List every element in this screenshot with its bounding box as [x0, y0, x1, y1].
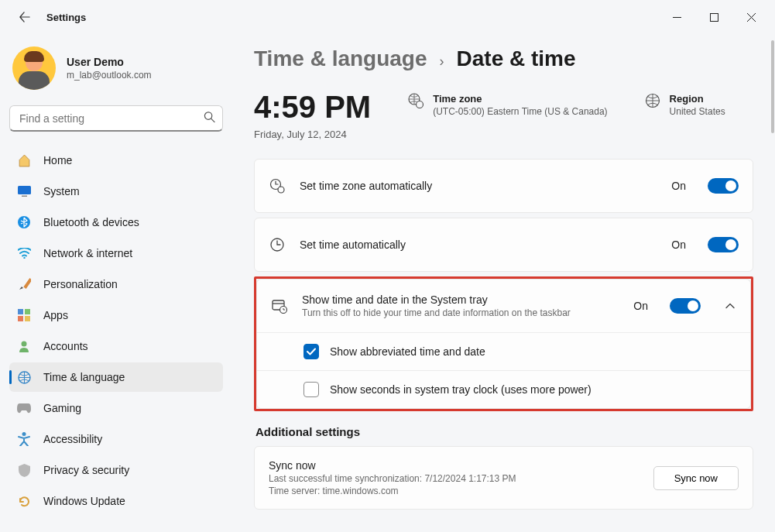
timezone-label: Time zone — [433, 93, 607, 105]
scrollbar[interactable] — [771, 40, 774, 133]
time-language-icon — [17, 370, 31, 384]
sidebar-item-label: Windows Update — [43, 495, 125, 507]
sidebar-item-label: Apps — [43, 309, 68, 321]
svg-rect-3 — [22, 195, 27, 197]
breadcrumb: Time & language › Date & time — [254, 46, 753, 71]
bluetooth-icon — [17, 215, 31, 229]
sidebar-item-gaming[interactable]: Gaming — [9, 393, 223, 423]
svg-rect-8 — [25, 309, 30, 314]
sidebar-item-label: System — [43, 185, 80, 197]
gaming-icon — [17, 401, 31, 415]
sync-server: Time server: time.windows.com — [269, 486, 640, 496]
back-arrow-icon — [19, 12, 30, 22]
back-button[interactable] — [12, 5, 37, 29]
setting-label: Show time and date in the System tray — [302, 293, 619, 306]
sync-title: Sync now — [269, 459, 640, 472]
chevron-up-icon[interactable] — [724, 303, 736, 309]
sidebar-item-system[interactable]: System — [9, 177, 223, 206]
apps-icon — [17, 308, 31, 322]
sidebar-item-label: Accessibility — [43, 433, 102, 445]
sidebar-item-bluetooth[interactable]: Bluetooth & devices — [9, 208, 223, 237]
setting-auto-timezone: Set time zone automatically On — [255, 160, 753, 212]
sidebar-item-time-language[interactable]: Time & language — [9, 362, 223, 392]
timezone-value: (UTC-05:00) Eastern Time (US & Canada) — [433, 106, 607, 117]
svg-rect-7 — [18, 309, 23, 314]
user-name: User Demo — [67, 56, 152, 68]
checkbox-abbreviated[interactable] — [303, 344, 319, 359]
toggle-auto-timezone[interactable] — [708, 178, 739, 194]
svg-point-5 — [23, 257, 25, 259]
option-show-seconds[interactable]: Show seconds in system tray clock (uses … — [257, 370, 750, 408]
minimize-icon — [673, 13, 681, 22]
sidebar-item-label: Personalization — [43, 278, 118, 290]
toggle-state: On — [671, 180, 686, 192]
sidebar-item-personalization[interactable]: Personalization — [9, 269, 223, 299]
personalization-icon — [17, 277, 31, 291]
sidebar-item-windows-update[interactable]: Windows Update — [9, 486, 223, 516]
toggle-auto-time[interactable] — [708, 237, 739, 252]
setting-auto-time: Set time automatically On — [255, 218, 753, 271]
svg-point-15 — [417, 101, 424, 108]
region-value: United States — [670, 106, 725, 117]
option-label: Show abbreviated time and date — [330, 345, 485, 358]
globe-icon — [645, 93, 660, 117]
minimize-button[interactable] — [659, 5, 694, 29]
option-abbreviated-time[interactable]: Show abbreviated time and date — [257, 332, 750, 370]
search-input[interactable] — [9, 105, 223, 132]
home-icon — [17, 153, 31, 167]
sidebar-item-label: Time & language — [43, 371, 125, 383]
section-heading: Additional settings — [255, 425, 753, 438]
current-time: 4:59 PM — [254, 91, 371, 122]
current-date: Friday, July 12, 2024 — [254, 129, 371, 140]
close-icon — [747, 13, 756, 22]
sidebar-item-accounts[interactable]: Accounts — [9, 331, 223, 361]
svg-point-11 — [22, 342, 27, 347]
clock-icon — [269, 237, 286, 252]
toggle-state: On — [633, 300, 648, 312]
sync-last: Last successful time synchronization: 7/… — [269, 473, 640, 484]
svg-rect-9 — [18, 316, 23, 321]
sync-now-button[interactable]: Sync now — [653, 466, 739, 490]
svg-rect-0 — [710, 13, 718, 21]
sidebar-item-label: Network & internet — [43, 247, 132, 259]
sidebar-item-label: Home — [43, 154, 72, 166]
chevron-right-icon: › — [440, 53, 444, 70]
sidebar-item-label: Gaming — [43, 402, 81, 414]
system-icon — [17, 184, 31, 198]
highlighted-section: Show time and date in the System tray Tu… — [254, 276, 753, 411]
toggle-state: On — [671, 239, 686, 251]
network-icon — [17, 246, 31, 260]
sidebar-item-label: Bluetooth & devices — [43, 216, 139, 228]
setting-tray-datetime[interactable]: Show time and date in the System tray Tu… — [257, 280, 750, 332]
close-button[interactable] — [733, 5, 769, 29]
page-title: Date & time — [457, 46, 576, 71]
privacy-icon — [17, 463, 31, 477]
windows-update-icon — [17, 494, 31, 508]
check-icon — [307, 348, 316, 355]
globe-clock-icon — [408, 93, 424, 117]
accounts-icon — [17, 339, 31, 353]
accessibility-icon — [17, 432, 31, 446]
sidebar-item-network[interactable]: Network & internet — [9, 239, 223, 268]
setting-sublabel: Turn this off to hide your time and date… — [302, 307, 619, 318]
sidebar-item-home[interactable]: Home — [9, 146, 223, 175]
setting-label: Set time automatically — [300, 239, 657, 251]
sidebar-item-label: Accounts — [43, 340, 88, 352]
timezone-setting-icon — [269, 178, 286, 194]
svg-point-13 — [22, 432, 26, 436]
setting-sync-now: Sync now Last successful time synchroniz… — [255, 447, 753, 509]
toggle-tray-datetime[interactable] — [670, 298, 701, 314]
user-profile[interactable]: User Demo m_lab@outlook.com — [9, 40, 223, 105]
sidebar-item-privacy[interactable]: Privacy & security — [9, 455, 223, 485]
user-email: m_lab@outlook.com — [67, 70, 152, 81]
sidebar-item-accessibility[interactable]: Accessibility — [9, 424, 223, 454]
window-title: Settings — [46, 12, 86, 23]
checkbox-seconds[interactable] — [303, 382, 319, 397]
breadcrumb-parent[interactable]: Time & language — [254, 46, 427, 71]
option-label: Show seconds in system tray clock (uses … — [330, 383, 592, 396]
maximize-button[interactable] — [696, 5, 732, 29]
maximize-icon — [710, 13, 718, 22]
sidebar-item-apps[interactable]: Apps — [9, 300, 223, 330]
setting-label: Set time zone automatically — [300, 180, 657, 192]
avatar — [12, 46, 56, 90]
